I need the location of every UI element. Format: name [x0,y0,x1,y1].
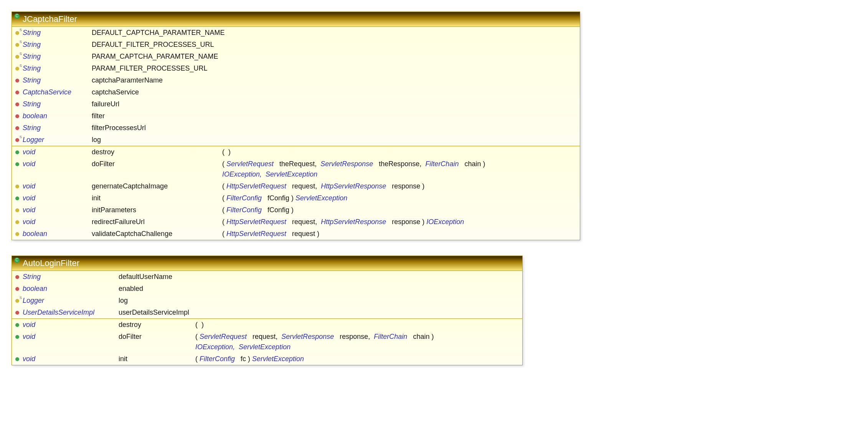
visibility-icon: S [12,28,23,38]
param-name: request [292,218,315,226]
method-row[interactable]: booleanvalidateCaptchaChallenge( HttpSer… [12,228,580,240]
static-marker: S [20,28,22,33]
param-type: HttpServletRequest [226,182,286,190]
throws-list: IOException, ServletException [222,170,317,178]
field-type: CaptchaService [23,87,92,97]
method-signature: ( ) [222,147,231,157]
method-signature: ( HttpServletRequest request, HttpServle… [222,217,464,227]
visibility-icon [12,147,23,157]
field-row[interactable]: CaptchaServicecaptchaService [12,86,580,98]
field-row[interactable]: SLoggerlog [12,134,580,146]
field-row[interactable]: StringfilterProcessesUrl [12,122,580,134]
static-marker: S [20,135,22,140]
visibility-icon [12,193,23,203]
field-type: String [23,272,119,282]
visibility-icon: S [12,40,23,50]
class-name: AutoLoginFilter [23,258,79,268]
param-name: chain [413,333,429,340]
method-name: init [92,193,222,203]
field-type: boolean [23,111,92,121]
method-name: genernateCaptchaImage [92,181,222,191]
field-row[interactable]: StringdefaultUserName [12,271,522,283]
method-return-type: void [23,181,92,191]
static-marker: S [20,40,22,45]
throws-list: IOException, ServletException [195,343,290,351]
field-row[interactable]: booleanfilter [12,110,580,122]
field-name: DEFAULT_FILTER_PROCESSES_URL [92,40,222,50]
param-name: response [392,218,420,226]
method-row[interactable]: voidredirectFailureUrl( HttpServletReque… [12,216,580,228]
method-name: initParameters [92,205,222,215]
method-return-type: boolean [23,229,92,239]
method-row[interactable]: voidinit( FilterConfig fc ) ServletExcep… [12,353,522,365]
method-name: redirectFailureUrl [92,217,222,227]
field-row[interactable]: StringfailureUrl [12,98,580,110]
method-signature: ( ServletRequest request, ServletRespons… [195,332,522,352]
method-row[interactable]: voidinitParameters( FilterConfig fConfig… [12,204,580,216]
param-name: fConfig [267,194,289,202]
param-type: ServletRequest [200,333,247,340]
method-row[interactable]: voiddoFilter( ServletRequest request, Se… [12,331,522,353]
method-return-type: void [23,217,92,227]
method-name: doFilter [119,332,195,342]
throws-list: IOException [426,218,464,226]
param-type: HttpServletResponse [321,182,386,190]
method-signature: ( HttpServletRequest request ) [222,229,319,239]
method-name: destroy [119,320,195,330]
class-header[interactable]: CJCaptchaFilter [12,12,580,26]
field-row[interactable]: SStringDEFAULT_FILTER_PROCESSES_URL [12,39,580,51]
method-signature: ( FilterConfig fConfig ) [222,205,294,215]
param-name: response [392,182,420,190]
method-row[interactable]: voiddestroy( ) [12,319,522,331]
method-signature: ( FilterConfig fc ) ServletException [195,354,304,364]
method-name: doFilter [92,159,222,169]
field-row[interactable]: SStringDEFAULT_CAPTCHA_PARAMTER_NAME [12,27,580,39]
visibility-icon: S [12,51,23,62]
param-type: FilterConfig [200,355,235,363]
param-type: HttpServletResponse [321,218,386,226]
field-name: DEFAULT_CAPTCHA_PARAMTER_NAME [92,28,222,38]
visibility-icon: S [12,135,23,145]
field-row[interactable]: StringcaptchaParamterName [12,74,580,86]
visibility-icon [12,354,23,364]
param-name: fc [241,355,246,363]
param-type: FilterConfig [226,194,262,202]
method-return-type: void [23,354,119,364]
method-row[interactable]: voidgenernateCaptchaImage( HttpServletRe… [12,180,580,192]
field-row[interactable]: UserDetailsServiceImpluserDetailsService… [12,307,522,319]
fields-section: StringdefaultUserNamebooleanenabledSLogg… [12,271,522,319]
visibility-icon [12,284,23,294]
param-name: fConfig [267,206,289,214]
method-return-type: void [23,332,119,342]
param-type: FilterChain [425,160,459,168]
method-row[interactable]: voidinit( FilterConfig fConfig ) Servlet… [12,192,580,204]
field-type: String [23,99,92,109]
method-row[interactable]: voiddestroy( ) [12,146,580,158]
param-type: FilterConfig [226,206,262,214]
field-type: String [23,123,92,133]
class-header[interactable]: CAutoLoginFilter [12,256,522,271]
param-name: response [340,333,368,340]
field-row[interactable]: SStringPARAM_CAPTCHA_PARAMTER_NAME [12,51,580,63]
param-name: theResponse [379,160,419,168]
visibility-icon [12,159,23,169]
param-name: request [292,182,315,190]
field-type: Logger [23,295,119,306]
param-type: HttpServletRequest [226,218,286,226]
method-name: validateCaptchaChallenge [92,229,222,239]
visibility-icon [12,123,23,133]
field-row[interactable]: SStringPARAM_FILTER_PROCESSES_URL [12,63,580,74]
method-signature: ( ) [195,320,204,330]
method-name: destroy [92,147,222,157]
param-name: theRequest [279,160,315,168]
method-row[interactable]: voiddoFilter( ServletRequest theRequest,… [12,158,580,180]
field-type: Logger [23,135,92,145]
field-row[interactable]: booleanenabled [12,283,522,295]
field-row[interactable]: SLoggerlog [12,295,522,307]
class-icon: C [14,13,20,19]
param-name: chain [464,160,481,168]
field-type: String [23,28,92,38]
throws-list: ServletException [252,355,304,363]
method-signature: ( FilterConfig fConfig ) ServletExceptio… [222,193,347,203]
method-return-type: void [23,159,92,169]
